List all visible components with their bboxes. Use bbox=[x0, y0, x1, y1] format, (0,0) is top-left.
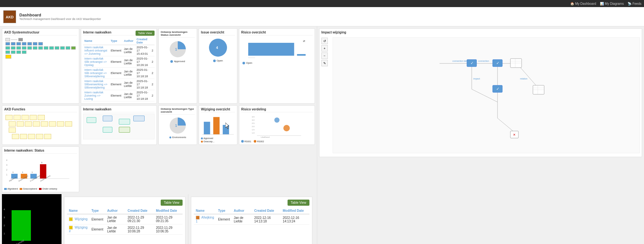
right-col-type[interactable]: Type bbox=[216, 208, 232, 214]
widget-wijziging: Wijziging overzicht Approved Geaccep... bbox=[199, 105, 237, 145]
svg-text:1.5: 1.5 bbox=[252, 129, 255, 131]
right-panel: Impact wijziging ↺ + − ✎ bbox=[317, 26, 644, 244]
svg-text:3: 3 bbox=[41, 162, 43, 164]
cell-type: Element bbox=[90, 214, 105, 224]
cell-author: Jan de Liefde bbox=[105, 214, 126, 224]
sys-box-yellow bbox=[5, 55, 11, 59]
cell-author: Jan de Liefde bbox=[123, 45, 135, 56]
svg-text:relation: relation bbox=[520, 78, 527, 80]
feeds-icon: 📡 bbox=[628, 2, 631, 5]
svg-text:1: 1 bbox=[13, 171, 14, 173]
cell-name: Intern raakvlak Slib ontvangst => Slibve… bbox=[83, 68, 109, 79]
cell-author: Jan de Liefde bbox=[123, 90, 135, 101]
sys-box-blue bbox=[22, 42, 26, 45]
svg-rect-13 bbox=[213, 117, 220, 135]
svg-point-23 bbox=[274, 117, 279, 123]
table-row: ☐ Afwijking 1 Element Jan de Liefde 2022… bbox=[194, 214, 309, 225]
svg-text:4: 4 bbox=[6, 159, 7, 161]
svg-text:✕: ✕ bbox=[513, 133, 516, 136]
my-diagrams-link[interactable]: 📊 My Diagrams bbox=[600, 2, 624, 5]
impact-refresh-btn[interactable]: ↺ bbox=[321, 38, 328, 44]
cell-date: 2025-01-17 10:18:18 bbox=[135, 68, 150, 79]
feeds-link[interactable]: 📡 Feeds bbox=[628, 2, 641, 5]
right-col-name[interactable]: Name bbox=[194, 208, 216, 214]
sticky-note bbox=[22, 115, 29, 120]
svg-text:✓: ✓ bbox=[470, 61, 474, 65]
element-icon: ☐ bbox=[69, 226, 73, 230]
dashboard-header: AKD Dashboard Technisch management Dashb… bbox=[0, 7, 644, 26]
cell-name: Intern raakvlak Slib ontvangst => Opslag bbox=[83, 56, 109, 68]
diagram-node-6 bbox=[119, 127, 130, 133]
sys-box-green bbox=[71, 46, 76, 50]
issue-pie-chart: 4 bbox=[208, 37, 229, 58]
cell-date: 2025-01-17 10:18:18 bbox=[135, 90, 150, 101]
col-author[interactable]: Author bbox=[123, 37, 135, 45]
left-col-type[interactable]: Type bbox=[90, 208, 105, 214]
cell-created: 2022-11-29 09:21:30 bbox=[126, 214, 154, 224]
sticky-note bbox=[5, 115, 13, 120]
dashboard-subtitle: Technisch management Dashboard voor de A… bbox=[19, 17, 101, 21]
cell-name: ☐ Afwijking 1 bbox=[194, 214, 216, 225]
sticky-note bbox=[9, 127, 16, 133]
my-dashboard-link[interactable]: 🏠 My Dashboard bbox=[570, 2, 596, 5]
cell-modified: 2022-11-29 10:06:35 bbox=[154, 224, 183, 235]
left-col-modified[interactable]: Modified Date bbox=[154, 208, 183, 214]
sys-box-teal bbox=[16, 51, 21, 54]
widget-functies: AKD Functies bbox=[2, 105, 79, 145]
functies-title: AKD Functies bbox=[4, 108, 77, 112]
cell-name: Intern raakvlak Zuivering => Lozing bbox=[83, 90, 109, 101]
risico-title: Risico overzicht bbox=[241, 31, 313, 35]
cell-type: Element bbox=[109, 79, 123, 90]
left-table-view-btn[interactable]: Table View bbox=[161, 200, 183, 206]
cell-num: 2 bbox=[150, 56, 155, 68]
raakvalken-table-view-btn[interactable]: Table View bbox=[136, 31, 155, 36]
diagram-node-4 bbox=[133, 116, 145, 121]
sys-box-teal bbox=[38, 46, 43, 50]
risico-scatter: 3.5 3.0 2.5 2.0 1.5 1.0 Likelihood bbox=[241, 114, 313, 138]
right-table-view-btn[interactable]: Table View bbox=[288, 200, 309, 206]
sys-box-teal bbox=[33, 46, 37, 50]
table-row: Intern raakvlak Slibverwerking => Slibve… bbox=[83, 79, 155, 90]
right-col-modified[interactable]: Modified Date bbox=[281, 208, 309, 214]
cell-date: 2025-01-17 10:26:16 bbox=[135, 56, 150, 68]
col-created[interactable]: Created Date bbox=[135, 37, 150, 45]
impact-zoom-out-btn[interactable]: − bbox=[321, 52, 328, 59]
sticky-note bbox=[17, 121, 24, 127]
cell-date: 2025-01-17 10:18:18 bbox=[135, 79, 150, 90]
right-col-created[interactable]: Created Date bbox=[252, 208, 281, 214]
sticky-note bbox=[33, 121, 40, 127]
left-col-author[interactable]: Author bbox=[105, 208, 126, 214]
col-name[interactable]: Name bbox=[83, 37, 109, 45]
interne-status-title: Interne raakvalken: Status bbox=[4, 149, 77, 154]
left-full-table: Name Type Author Created Date Modified D… bbox=[67, 208, 183, 235]
cell-type: Element bbox=[109, 90, 123, 101]
left-col-name[interactable]: Name bbox=[67, 208, 90, 214]
sticky-note bbox=[57, 121, 64, 127]
svg-rect-14 bbox=[223, 125, 229, 134]
sticky-note bbox=[9, 121, 16, 127]
element-icon: ☐ bbox=[196, 216, 200, 220]
diagram-icon: 📊 bbox=[600, 2, 604, 5]
impact-toolbar: ↺ + − ✎ bbox=[321, 38, 328, 66]
sys-box-blue bbox=[11, 42, 15, 45]
wijziging-title: Wijziging overzicht bbox=[201, 108, 235, 112]
sys-box-teal bbox=[5, 51, 10, 54]
cell-author: Jan de Liefde bbox=[232, 214, 252, 225]
impact-zoom-in-btn[interactable]: + bbox=[321, 45, 328, 52]
svg-text:Likelihood: Likelihood bbox=[261, 136, 270, 138]
svg-text:1: 1 bbox=[175, 48, 177, 51]
table-row: Intern raakvlak Zuivering => Lozing Elem… bbox=[83, 90, 155, 101]
left-col-created[interactable]: Created Date bbox=[126, 208, 154, 214]
svg-text:2.0: 2.0 bbox=[252, 126, 255, 127]
svg-text:1: 1 bbox=[175, 124, 177, 127]
sticky-note bbox=[44, 134, 51, 139]
svg-text:connection: connection bbox=[478, 60, 489, 62]
right-col-author[interactable]: Author bbox=[232, 208, 252, 214]
svg-text:✓: ✓ bbox=[496, 61, 499, 65]
sys-box-teal bbox=[22, 51, 26, 54]
widget-issue: Issue overzicht 4 Open bbox=[199, 28, 237, 104]
topbar: 🏠 My Dashboard 📊 My Diagrams 📡 Feeds bbox=[0, 0, 644, 7]
col-type[interactable]: Type bbox=[109, 37, 123, 45]
svg-text:2.5: 2.5 bbox=[252, 122, 255, 124]
impact-edit-btn[interactable]: ✎ bbox=[321, 60, 328, 66]
